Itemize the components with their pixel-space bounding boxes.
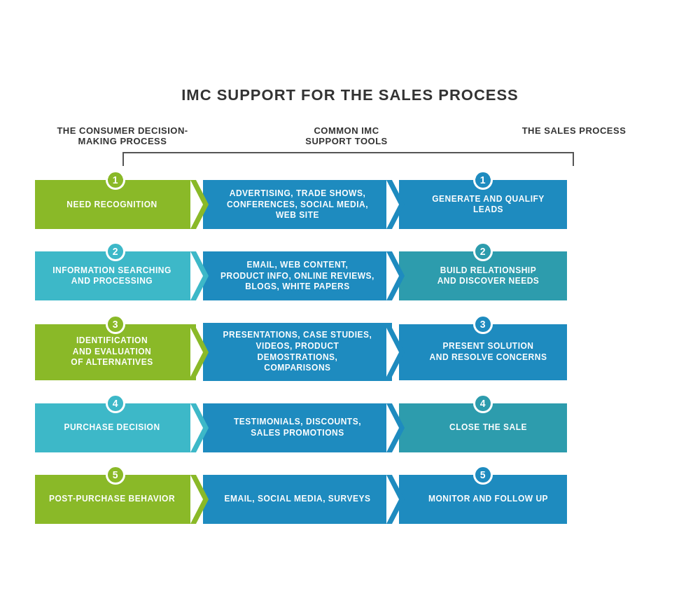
col3-step3-label: PRESENT SOLUTIONAND RESOLVE CONCERNS <box>430 341 547 363</box>
col3-step1: 1 GENERATE AND QUALIFYLEADS <box>399 180 567 229</box>
col3-step4: 4 CLOSE THE SALE <box>399 403 567 452</box>
col1-step4: 4 PURCHASE DECISION <box>35 403 196 452</box>
col1-step3: 3 IDENTIFICATIONAND EVALUATIONOF ALTERNA… <box>35 324 196 380</box>
col2-step4: TESTIMONIALS, DISCOUNTS, SALES PROMOTION… <box>203 403 392 452</box>
step-num-4-col3: 4 <box>473 394 493 413</box>
step-num-2-col3: 2 <box>473 242 493 261</box>
col-header-2: COMMON IMCSUPPORT TOOLS <box>252 125 441 146</box>
col2-step1-label: ADVERTISING, TRADE SHOWS, CONFERENCES, S… <box>227 188 368 221</box>
col3-step2-label: BUILD RELATIONSHIPAND DISCOVER NEEDS <box>438 265 540 287</box>
col1-step5-label: POST-PURCHASE BEHAVIOR <box>49 494 175 505</box>
row-2: 2 INFORMATION SEARCHINGAND PROCESSING EM… <box>35 251 665 300</box>
main-container: IMC SUPPORT FOR THE SALES PROCESS THE CO… <box>21 65 679 544</box>
col1-step1: 1 NEED RECOGNITION <box>35 180 196 229</box>
col-header-1: THE CONSUMER DECISION-MAKING PROCESS <box>42 125 203 146</box>
col2-step4-label: TESTIMONIALS, DISCOUNTS, SALES PROMOTION… <box>234 417 361 438</box>
step-num-1-col3: 1 <box>473 170 493 190</box>
row-4: 4 PURCHASE DECISION TESTIMONIALS, DISCOU… <box>35 403 665 452</box>
col2-step5-label: EMAIL, SOCIAL MEDIA, SURVEYS <box>225 494 371 505</box>
row-1: 1 NEED RECOGNITION ADVERTISING, TRADE SH… <box>35 180 665 229</box>
rows-container: 1 NEED RECOGNITION ADVERTISING, TRADE SH… <box>35 173 665 523</box>
main-title: IMC SUPPORT FOR THE SALES PROCESS <box>35 86 665 104</box>
col3-step1-label: GENERATE AND QUALIFYLEADS <box>432 194 545 216</box>
col1-step3-label: IDENTIFICATIONAND EVALUATIONOF ALTERNATI… <box>71 335 153 368</box>
col2-step2: EMAIL, WEB CONTENT, PRODUCT INFO, ONLINE… <box>203 251 392 300</box>
col2-step3-label: PRESENTATIONS, CASE STUDIES, VIDEOS, PRO… <box>220 330 374 373</box>
step-num-5-col1: 5 <box>106 465 125 485</box>
top-bracket <box>42 152 658 166</box>
col3-step5: 5 MONITOR AND FOLLOW UP <box>399 475 567 524</box>
col1-step5: 5 POST-PURCHASE BEHAVIOR <box>35 475 196 524</box>
step-num-1-col1: 1 <box>106 170 125 190</box>
col3-step3: 3 PRESENT SOLUTIONAND RESOLVE CONCERNS <box>399 324 567 380</box>
step-num-3-col1: 3 <box>106 314 125 334</box>
col1-step1-label: NEED RECOGNITION <box>66 200 157 211</box>
col3-step5-label: MONITOR AND FOLLOW UP <box>428 494 548 505</box>
step-num-3-col3: 3 <box>473 314 493 334</box>
col2-step2-label: EMAIL, WEB CONTENT, PRODUCT INFO, ONLINE… <box>220 260 374 293</box>
col1-step2-label: INFORMATION SEARCHINGAND PROCESSING <box>52 265 172 287</box>
col2-step1: ADVERTISING, TRADE SHOWS, CONFERENCES, S… <box>203 180 392 229</box>
step-num-2-col1: 2 <box>106 242 125 261</box>
col2-step5: EMAIL, SOCIAL MEDIA, SURVEYS <box>203 475 392 524</box>
col-header-3: THE SALES PROCESS <box>490 125 658 146</box>
col1-step2: 2 INFORMATION SEARCHINGAND PROCESSING <box>35 251 196 300</box>
col1-step4-label: PURCHASE DECISION <box>64 422 160 434</box>
row-5: 5 POST-PURCHASE BEHAVIOR EMAIL, SOCIAL M… <box>35 475 665 524</box>
step-num-4-col1: 4 <box>106 394 125 413</box>
col2-step3: PRESENTATIONS, CASE STUDIES, VIDEOS, PRO… <box>203 323 392 380</box>
col3-step2: 2 BUILD RELATIONSHIPAND DISCOVER NEEDS <box>399 251 567 300</box>
row-3: 3 IDENTIFICATIONAND EVALUATIONOF ALTERNA… <box>35 323 665 380</box>
col3-step4-label: CLOSE THE SALE <box>449 422 527 434</box>
step-num-5-col3: 5 <box>473 465 493 485</box>
